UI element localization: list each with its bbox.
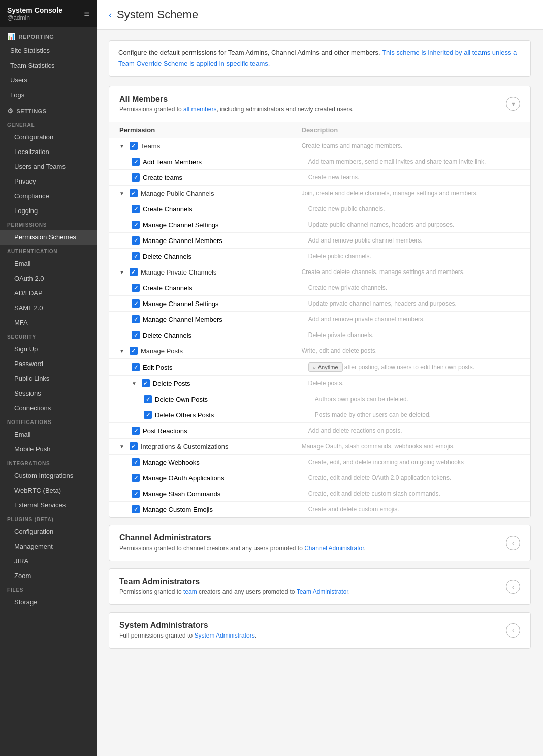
sidebar-item-external-services[interactable]: External Services	[0, 498, 97, 512]
mprvc-checkbox[interactable]	[130, 268, 138, 276]
manage-prv-members-checkbox[interactable]	[132, 315, 140, 323]
perm-row-edit-posts: Edit Posts Anytime after posting, allow …	[109, 359, 530, 376]
delete-pub-channels-checkbox[interactable]	[132, 252, 140, 260]
manage-slash-checkbox[interactable]	[132, 490, 140, 498]
sidebar-item-email-auth[interactable]: Email	[0, 256, 97, 271]
sidebar-item-public-links[interactable]: Public Links	[0, 371, 97, 386]
general-group-label: GENERAL	[0, 118, 97, 130]
sidebar-item-mobile-push[interactable]: Mobile Push	[0, 442, 97, 457]
back-button[interactable]: ‹	[109, 10, 112, 20]
sidebar-item-privacy[interactable]: Privacy	[0, 174, 97, 189]
perm-row-manage-private-channels: ▼ Manage Private Channels Create and del…	[109, 264, 530, 280]
sidebar-item-adldap[interactable]: AD/LDAP	[0, 286, 97, 300]
manage-pub-settings-checkbox[interactable]	[132, 221, 140, 229]
sidebar-item-management[interactable]: Management	[0, 539, 97, 554]
sidebar-item-permission-schemes[interactable]: Permission Schemes	[0, 230, 97, 245]
sidebar-item-storage[interactable]: Storage	[0, 595, 97, 610]
channel-admins-header[interactable]: Channel Administrators Permissions grant…	[109, 525, 530, 561]
sidebar-item-jira[interactable]: JIRA	[0, 554, 97, 568]
all-members-toggle[interactable]: ▾	[506, 97, 520, 111]
sidebar-item-oauth[interactable]: OAuth 2.0	[0, 271, 97, 286]
sidebar-item-logs[interactable]: Logs	[0, 87, 97, 102]
dp-collapse-arrow[interactable]: ▼	[132, 381, 137, 386]
sidebar-item-users-and-teams[interactable]: Users and Teams	[0, 159, 97, 174]
manage-pub-members-desc: Add and remove public channel members.	[308, 237, 520, 244]
mp-collapse-arrow[interactable]: ▼	[119, 348, 124, 354]
hamburger-icon[interactable]: ≡	[84, 9, 89, 19]
manage-oauth-checkbox[interactable]	[132, 474, 140, 482]
sidebar-item-logging[interactable]: Logging	[0, 203, 97, 218]
create-prv-channels-checkbox[interactable]	[132, 284, 140, 292]
perm-name-delete-posts: ▼ Delete Posts	[132, 379, 308, 387]
sidebar-item-saml[interactable]: SAML 2.0	[0, 300, 97, 315]
sidebar-title: System Console	[7, 6, 62, 14]
sidebar-item-custom-integrations[interactable]: Custom Integrations	[0, 468, 97, 483]
mp-checkbox[interactable]	[130, 347, 138, 355]
mpc-collapse-arrow[interactable]: ▼	[119, 191, 124, 196]
delete-others-posts-desc: Posts made by other users can be deleted…	[315, 411, 520, 418]
mprvc-collapse-arrow[interactable]: ▼	[119, 269, 124, 275]
sidebar-item-sessions[interactable]: Sessions	[0, 386, 97, 401]
delete-prv-channels-checkbox[interactable]	[132, 331, 140, 339]
integ-collapse-arrow[interactable]: ▼	[119, 444, 124, 449]
plugins-group-label: PLUGINS (BETA)	[0, 512, 97, 524]
manage-slash-label: Manage Slash Commands	[143, 490, 220, 498]
system-admins-subtitle: Full permissions granted to System Admin…	[119, 631, 257, 640]
sidebar-item-webrtc[interactable]: WebRTC (Beta)	[0, 483, 97, 498]
teams-checkbox[interactable]	[130, 142, 138, 150]
create-pub-channels-checkbox[interactable]	[132, 205, 140, 213]
post-reactions-checkbox[interactable]	[132, 427, 140, 435]
delete-others-posts-label: Delete Others Posts	[155, 411, 214, 419]
manage-webhooks-checkbox[interactable]	[132, 458, 140, 466]
sidebar: System Console @admin ≡ 📊 REPORTING Site…	[0, 0, 97, 756]
manage-pub-settings-label: Manage Channel Settings	[143, 221, 219, 229]
create-teams-checkbox[interactable]	[132, 173, 140, 182]
dp-desc: Delete posts.	[308, 380, 520, 387]
system-admins-hl: System Administrators	[194, 632, 254, 639]
all-members-header[interactable]: All Members Permissions granted to all m…	[109, 86, 530, 122]
integ-checkbox[interactable]	[130, 442, 138, 450]
mpc-checkbox[interactable]	[130, 189, 138, 197]
perm-row-create-prv-channels: Create Channels Create new private chann…	[109, 280, 530, 296]
sidebar-item-team-statistics[interactable]: Team Statistics	[0, 58, 97, 73]
perm-name-delete-own-posts: Delete Own Posts	[144, 395, 315, 403]
sidebar-item-compliance[interactable]: Compliance	[0, 189, 97, 203]
channel-admins-title: Channel Administrators	[119, 533, 366, 542]
delete-others-posts-checkbox[interactable]	[144, 411, 152, 419]
team-admins-header[interactable]: Team Administrators Permissions granted …	[109, 569, 530, 604]
system-admins-header[interactable]: System Administrators Full permissions g…	[109, 613, 530, 648]
sidebar-item-users[interactable]: Users	[0, 73, 97, 87]
sidebar-item-localization[interactable]: Localization	[0, 144, 97, 159]
perm-name-create-prv-channels: Create Channels	[132, 284, 308, 292]
manage-prv-settings-checkbox[interactable]	[132, 299, 140, 308]
manage-pub-members-checkbox[interactable]	[132, 236, 140, 245]
edit-posts-checkbox[interactable]	[132, 363, 140, 371]
sidebar-item-notif-email[interactable]: Email	[0, 427, 97, 442]
sidebar-item-password[interactable]: Password	[0, 356, 97, 371]
add-team-members-checkbox[interactable]	[132, 158, 140, 166]
delete-pub-channels-desc: Delete public channels.	[308, 253, 520, 260]
delete-own-posts-checkbox[interactable]	[144, 395, 152, 403]
system-admins-section: System Administrators Full permissions g…	[109, 612, 531, 649]
all-members-subtitle: Permissions granted to all members, incl…	[119, 105, 354, 114]
sidebar-item-sign-up[interactable]: Sign Up	[0, 342, 97, 356]
sidebar-item-site-statistics[interactable]: Site Statistics	[0, 43, 97, 58]
channel-admins-toggle[interactable]: ‹	[506, 536, 520, 550]
sidebar-item-zoom[interactable]: Zoom	[0, 568, 97, 583]
mprvc-label: Manage Private Channels	[141, 268, 217, 276]
team-admins-toggle[interactable]: ‹	[506, 580, 520, 594]
system-admins-toggle[interactable]: ‹	[506, 623, 520, 638]
teams-collapse-arrow[interactable]: ▼	[119, 143, 124, 149]
sidebar-item-mfa[interactable]: MFA	[0, 315, 97, 330]
mpc-label: Manage Public Channels	[141, 190, 214, 197]
sidebar-item-plugins-config[interactable]: Configuration	[0, 524, 97, 539]
manage-pub-settings-desc: Update public channel names, headers and…	[308, 221, 520, 228]
perm-name-delete-prv-channels: Delete Channels	[132, 331, 308, 339]
perm-name-manage-prv-settings: Manage Channel Settings	[132, 299, 308, 308]
anytime-badge[interactable]: Anytime	[308, 362, 343, 372]
manage-emojis-checkbox[interactable]	[132, 505, 140, 513]
reporting-icon: 📊	[7, 33, 16, 40]
dp-checkbox[interactable]	[142, 379, 150, 387]
sidebar-item-connections[interactable]: Connections	[0, 401, 97, 415]
sidebar-item-configuration[interactable]: Configuration	[0, 130, 97, 144]
